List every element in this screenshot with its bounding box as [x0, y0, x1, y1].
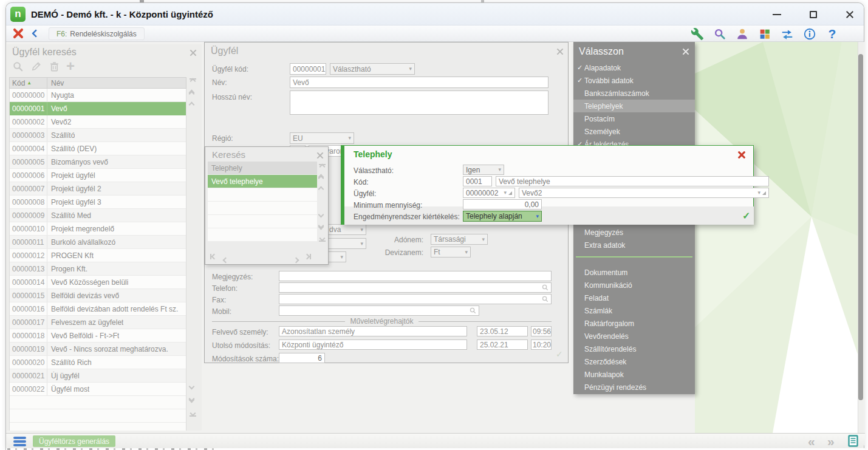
table-row[interactable]: 00000010Projekt megrendelő: [10, 222, 186, 236]
close-panel-button[interactable]: [556, 47, 564, 58]
menu-item[interactable]: Bankszámlaszámok: [573, 87, 695, 100]
table-row[interactable]: 00000004Szállító (DEV): [10, 142, 186, 155]
table-row[interactable]: 00000007Projekt ügyfél 2: [10, 182, 186, 196]
edit-icon[interactable]: [30, 60, 42, 72]
menu-item[interactable]: Kommunikáció: [573, 279, 695, 291]
menu-item[interactable]: Szerződések: [573, 355, 695, 368]
keres-row[interactable]: Telephely: [208, 162, 317, 175]
selectable-dropdown[interactable]: Igen ▾: [463, 165, 504, 175]
menu-item[interactable]: Extra adatok: [573, 239, 695, 251]
search-icon[interactable]: [542, 284, 548, 291]
tax-type-dropdown[interactable]: Társasági ▾: [431, 234, 488, 245]
scroll-page-up-icon[interactable]: [319, 175, 323, 180]
minimum-quantity-input[interactable]: 0,00: [463, 199, 542, 210]
table-row[interactable]: 00000020Szállító Rich: [10, 356, 186, 369]
search-icon[interactable]: [12, 60, 24, 72]
menu-item[interactable]: Számlák: [573, 304, 695, 317]
menu-item[interactable]: Postacím: [573, 112, 695, 125]
table-row[interactable]: 00000019Vevő - Nincs sorozat meghatározv…: [10, 343, 186, 356]
site-code-input[interactable]: 0001: [463, 176, 492, 186]
close-panel-button[interactable]: [682, 47, 690, 58]
minimize-button[interactable]: [768, 6, 786, 23]
table-row[interactable]: 00000001Vevő: [10, 102, 186, 115]
first-page-icon[interactable]: [210, 254, 216, 259]
scroll-up-icon[interactable]: [319, 187, 323, 191]
table-row[interactable]: 00000017Felveszem az ügyfelet: [10, 316, 186, 329]
vertical-scrollbar-thumb[interactable]: [858, 54, 863, 400]
table-row[interactable]: 00000003Szállító: [10, 129, 186, 142]
menu-item[interactable]: ✓További adatok: [573, 74, 695, 87]
scroll-up-icon[interactable]: [190, 103, 194, 107]
table-row[interactable]: 00000014Vevő Közösségen belüli: [10, 276, 186, 289]
menu-item[interactable]: Szállítórendelés: [573, 343, 695, 355]
table-row[interactable]: 00000008Projekt ügyfél 3: [10, 196, 186, 209]
menu-item[interactable]: Személyek: [573, 125, 695, 138]
search-icon[interactable]: [542, 296, 548, 302]
scroll-page-up-icon[interactable]: [190, 90, 194, 96]
maximize-button[interactable]: [804, 6, 822, 23]
table-header[interactable]: Kód▲ Név: [9, 77, 186, 89]
help-icon[interactable]: ?: [825, 27, 839, 41]
table-row[interactable]: 00000016Belföldi devizában adott rendelé…: [10, 302, 186, 316]
customer-name-combo[interactable]: Vevő2 ▾: [519, 188, 769, 198]
partially-hidden-dropdown[interactable]: ▾: [328, 251, 346, 262]
menu-item[interactable]: Feladat: [573, 291, 695, 304]
fax-input[interactable]: [279, 294, 552, 304]
menu-item[interactable]: Pénzügyi rendezés: [573, 381, 695, 394]
scroll-down-icon[interactable]: [319, 213, 323, 217]
tools-icon[interactable]: [690, 27, 705, 41]
generate-customer-base-button[interactable]: Ügyféltörzs generálás: [33, 435, 115, 447]
discount-evaluation-dropdown[interactable]: Telephely alapján ▾: [463, 211, 542, 222]
table-row[interactable]: 00000015Belföldi devizás vevő: [10, 289, 186, 302]
scroll-down-icon[interactable]: [190, 384, 194, 389]
back-button[interactable]: [33, 30, 39, 38]
close-window-button[interactable]: [841, 6, 859, 23]
region-dropdown[interactable]: EU ▾: [290, 132, 354, 144]
search-icon[interactable]: [470, 307, 476, 314]
customer-code-input[interactable]: 00000001: [290, 63, 326, 75]
apps-grid-icon[interactable]: [757, 27, 772, 41]
scroll-to-top-icon[interactable]: [190, 78, 196, 83]
confirm-check-icon[interactable]: ✓: [742, 210, 750, 222]
menu-item[interactable]: Raktárforgalom: [573, 317, 695, 330]
add-icon[interactable]: +: [64, 60, 77, 72]
partially-hidden-dropdown[interactable]: dva ▾: [326, 224, 366, 235]
last-page-icon[interactable]: [305, 254, 311, 259]
table-row[interactable]: 00000005Bizományos vevő: [10, 155, 186, 169]
abort-button[interactable]: [12, 27, 24, 41]
close-panel-button[interactable]: [189, 49, 197, 59]
customer-type-dropdown[interactable]: Választható ▾: [330, 63, 415, 75]
customer-code-combo[interactable]: 00000002 ▾: [463, 188, 515, 198]
phone-input[interactable]: [279, 282, 552, 293]
table-row[interactable]: 00000012PROGEN Kft: [10, 249, 186, 262]
scroll-to-top-icon[interactable]: [319, 164, 326, 169]
table-row[interactable]: 00000009Szállító Med: [10, 209, 186, 222]
menu-item[interactable]: Dokumentum: [573, 266, 695, 279]
next-page-icon[interactable]: [294, 256, 298, 264]
site-name-input[interactable]: Vevő telephelye: [496, 176, 769, 186]
menu-item[interactable]: Megjegyzés: [573, 226, 695, 239]
close-dialog-button[interactable]: [737, 151, 746, 161]
search-icon[interactable]: [713, 27, 727, 41]
menu-item[interactable]: Munkalapok: [573, 368, 695, 381]
info-icon[interactable]: [802, 27, 817, 41]
close-panel-button[interactable]: [316, 151, 324, 162]
table-row[interactable]: 00000000Nyugta: [10, 89, 186, 102]
table-row[interactable]: 00000006Projekt ügyfél: [10, 169, 186, 182]
mobile-input[interactable]: [279, 305, 479, 316]
previous-page-icon[interactable]: [224, 256, 228, 264]
customer-name-input[interactable]: Vevő: [290, 77, 548, 88]
transfer-icon[interactable]: [780, 27, 795, 41]
table-row[interactable]: 00000018Vevő Belföldi - Ft->Ft: [10, 329, 186, 343]
comment-input[interactable]: [279, 271, 552, 281]
table-row[interactable]: 00000011Burkoló alvállalkozó: [10, 236, 186, 249]
delete-icon[interactable]: [48, 60, 60, 72]
currency-dropdown[interactable]: Ft ▾: [431, 247, 471, 257]
module-tab[interactable]: F6: Rendeléskiszolgálás: [49, 27, 145, 40]
menu-item[interactable]: ✓Alapadatok: [573, 61, 695, 74]
menu-item[interactable]: Telephelyek: [573, 100, 695, 112]
scroll-page-down-icon[interactable]: [319, 223, 323, 229]
scroll-page-down-icon[interactable]: [190, 397, 194, 402]
scroll-to-bottom-icon[interactable]: [190, 411, 196, 417]
customer-long-name-input[interactable]: [290, 90, 548, 115]
